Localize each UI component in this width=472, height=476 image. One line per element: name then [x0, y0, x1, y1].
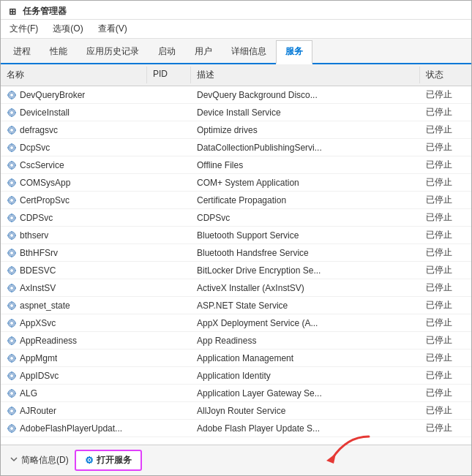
tab-startup[interactable]: 启动	[149, 40, 185, 63]
service-icon	[7, 213, 17, 223]
svg-point-61	[10, 268, 14, 272]
table-row[interactable]: DcpSvcDataCollectionPublishingServi...已停…	[1, 139, 471, 156]
table-row[interactable]: AppIDSvcApplication Identity已停止	[1, 367, 471, 385]
service-desc-cell: Optimize drives	[191, 121, 420, 138]
table-row[interactable]: BthHFSrvBluetooth Handsfree Service已停止	[1, 244, 471, 262]
service-desc-cell: Application Management	[191, 350, 420, 366]
table-row[interactable]: COMSysAppCOM+ System Application已停止	[1, 174, 471, 192]
service-pid-cell	[147, 227, 191, 243]
table-row[interactable]: defragsvcOptimize drives已停止	[1, 121, 471, 139]
col-status[interactable]: 状态	[420, 67, 471, 83]
service-icon	[7, 195, 17, 205]
chevron-down-icon	[10, 455, 18, 466]
service-name-cell: AppIDSvc	[1, 367, 147, 384]
svg-rect-59	[15, 252, 16, 254]
services-table[interactable]: DevQueryBrokerDevQuery Background Disco.…	[1, 86, 471, 445]
tab-process[interactable]: 进程	[4, 40, 40, 63]
svg-point-13	[10, 128, 14, 132]
svg-rect-76	[7, 305, 9, 306]
summary-label[interactable]: 简略信息(D)	[21, 454, 69, 466]
svg-rect-74	[11, 301, 12, 303]
svg-rect-15	[11, 133, 12, 135]
service-desc-cell: Offline Files	[191, 156, 420, 173]
service-desc-cell: COM+ System Application	[191, 174, 420, 191]
service-icon	[7, 388, 17, 398]
col-desc[interactable]: 描述	[191, 67, 420, 83]
service-status-cell: 已停止	[420, 402, 471, 419]
service-name: DcpSvc	[20, 143, 50, 153]
svg-rect-47	[15, 217, 16, 219]
svg-rect-65	[15, 270, 16, 271]
tab-performance[interactable]: 性能	[40, 40, 77, 63]
service-icon	[7, 265, 17, 276]
service-desc-cell: AppX Deployment Service (A...	[191, 314, 420, 331]
table-row[interactable]: aspnet_stateASP.NET State Service已停止	[1, 297, 471, 314]
col-pid[interactable]: PID	[147, 67, 191, 83]
service-status-cell: 已停止	[420, 350, 471, 366]
service-desc-cell: Adobe Flash Player Update S...	[191, 420, 420, 437]
table-row[interactable]: DevQueryBrokerDevQuery Background Disco.…	[1, 86, 471, 104]
service-name: bthserv	[20, 230, 48, 241]
service-pid-cell	[147, 121, 191, 138]
title-bar: ⊞ 任务管理器	[1, 1, 471, 20]
table-row[interactable]: AppMgmtApplication Management已停止	[1, 350, 471, 367]
svg-rect-63	[11, 273, 12, 275]
svg-point-1	[10, 93, 14, 97]
svg-point-97	[10, 374, 14, 377]
table-row[interactable]: AdobeFlashPlayerUpdat...Adobe Flash Play…	[1, 420, 471, 437]
svg-point-49	[10, 233, 14, 237]
svg-point-115	[10, 426, 14, 430]
menu-view[interactable]: 查看(V)	[92, 21, 133, 37]
service-pid-cell	[147, 350, 191, 366]
open-service-button[interactable]: ⚙ 打开服务	[75, 450, 142, 471]
table-row[interactable]: ALGApplication Layer Gateway Se...已停止	[1, 385, 471, 402]
svg-point-85	[10, 339, 14, 342]
service-status-cell: 已停止	[420, 420, 471, 437]
table-row[interactable]: CDPSvcCDPSvc已停止	[1, 209, 471, 227]
svg-rect-101	[15, 375, 16, 377]
service-icon	[7, 353, 17, 363]
table-row[interactable]: AppReadinessApp Readiness已停止	[1, 332, 471, 350]
service-pid-cell	[147, 174, 191, 191]
tab-app-history[interactable]: 应用历史记录	[77, 40, 149, 63]
service-desc-cell: Bluetooth Support Service	[191, 227, 420, 243]
svg-rect-117	[11, 431, 12, 433]
service-desc-cell: Application Layer Gateway Se...	[191, 385, 420, 401]
table-row[interactable]: CertPropSvcCertificate Propagation已停止	[1, 192, 471, 209]
svg-rect-105	[11, 396, 12, 398]
table-row[interactable]: AppXSvcAppX Deployment Service (A...已停止	[1, 314, 471, 332]
service-name: AppMgmt	[20, 353, 57, 363]
table-row[interactable]: CscServiceOffline Files已停止	[1, 156, 471, 174]
service-icon	[7, 248, 17, 258]
bottom-bar: 简略信息(D) ⚙ 打开服务	[1, 445, 471, 475]
table-row[interactable]: BDESVCBitLocker Drive Encryption Se...已停…	[1, 262, 471, 279]
table-row[interactable]: bthservBluetooth Support Service已停止	[1, 227, 471, 244]
tab-users[interactable]: 用户	[185, 40, 222, 63]
service-name: aspnet_state	[20, 301, 70, 311]
service-desc-cell: ASP.NET State Service	[191, 297, 420, 314]
service-desc-cell: DataCollectionPublishingServi...	[191, 139, 420, 156]
table-row[interactable]: DeviceInstallDevice Install Service已停止	[1, 104, 471, 121]
table-row[interactable]: AJRouterAllJoyn Router Service已停止	[1, 402, 471, 420]
service-icon	[7, 90, 17, 100]
menu-options[interactable]: 选项(O)	[47, 21, 89, 37]
service-status-cell: 已停止	[420, 174, 471, 191]
svg-rect-104	[11, 389, 12, 390]
menu-file[interactable]: 文件(F)	[4, 21, 44, 37]
service-icon	[7, 318, 17, 328]
svg-rect-27	[11, 168, 12, 170]
gear-icon: ⚙	[85, 455, 94, 466]
col-name[interactable]: 名称	[1, 67, 147, 83]
service-icon	[7, 283, 17, 293]
svg-rect-106	[7, 393, 9, 394]
svg-rect-33	[11, 186, 12, 187]
service-pid-cell	[147, 385, 191, 401]
svg-rect-44	[11, 214, 12, 215]
service-name: AJRouter	[20, 406, 56, 416]
title-bar-icon: ⊞	[7, 6, 18, 18]
svg-rect-56	[11, 249, 12, 250]
tab-services[interactable]: 服务	[276, 40, 312, 64]
table-row[interactable]: AxInstSVActiveX Installer (AxInstSV)已停止	[1, 279, 471, 297]
service-name-cell: aspnet_state	[1, 297, 147, 314]
tab-details[interactable]: 详细信息	[222, 40, 276, 63]
